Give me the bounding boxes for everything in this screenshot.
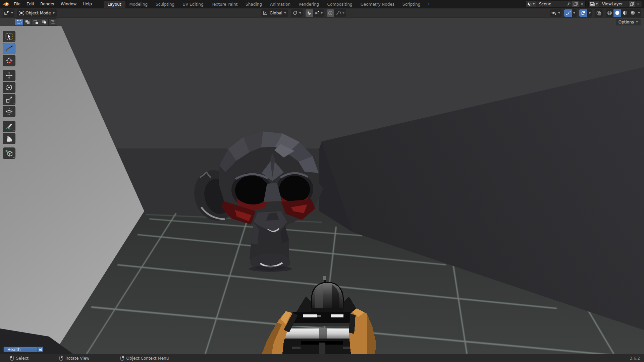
menu-file[interactable]: File bbox=[11, 1, 23, 7]
add-workspace-button[interactable]: + bbox=[424, 0, 433, 8]
falloff-curve-icon bbox=[335, 11, 341, 15]
tab-texture-paint[interactable]: Texture Paint bbox=[208, 1, 241, 8]
viewport-3d[interactable]: Health bbox=[0, 26, 644, 354]
select-mode-subtract-button[interactable] bbox=[32, 19, 40, 25]
gizmo-icon bbox=[566, 11, 571, 15]
viewport-header: Object Mode Global bbox=[0, 8, 644, 17]
viewlayer-icon bbox=[590, 2, 595, 6]
tool-measure[interactable] bbox=[3, 133, 15, 144]
rifle-icon bbox=[5, 45, 13, 52]
proportional-edit-group bbox=[327, 9, 346, 17]
proportional-edit-toggle[interactable] bbox=[327, 9, 334, 17]
subtool-indicator bbox=[13, 40, 14, 41]
select-mode-extend-button[interactable] bbox=[23, 19, 32, 25]
select-mode-intersect-button[interactable] bbox=[49, 19, 57, 25]
tool-cursor[interactable] bbox=[3, 55, 15, 66]
tab-layout[interactable]: Layout bbox=[104, 1, 125, 8]
tab-animation[interactable]: Animation bbox=[266, 1, 294, 8]
cursor-3d-icon bbox=[5, 57, 13, 64]
tab-modeling[interactable]: Modeling bbox=[125, 1, 152, 8]
chevron-down-icon bbox=[636, 21, 638, 23]
tool-annotate[interactable] bbox=[3, 121, 15, 132]
tab-scripting[interactable]: Scripting bbox=[398, 1, 424, 8]
mode-label: Object Mode bbox=[25, 11, 51, 15]
health-slider-group: Health bbox=[3, 347, 43, 352]
viewport-scene[interactable] bbox=[0, 26, 644, 354]
xray-toggle[interactable] bbox=[595, 9, 603, 17]
editor-type-selector[interactable] bbox=[3, 9, 14, 17]
new-scene-button[interactable] bbox=[572, 1, 579, 7]
tool-weapon[interactable] bbox=[3, 43, 15, 54]
orientation-global-icon bbox=[263, 11, 268, 15]
shading-wireframe-button[interactable] bbox=[606, 9, 613, 17]
menu-render[interactable]: Render bbox=[37, 1, 58, 7]
blender-logo-icon[interactable] bbox=[2, 1, 9, 7]
tool-select-box[interactable] bbox=[3, 31, 15, 42]
tool-options-dropdown[interactable]: Options bbox=[616, 19, 641, 25]
overlays-dropdown[interactable] bbox=[587, 9, 592, 17]
remove-viewlayer-button[interactable]: ✕ bbox=[635, 1, 642, 7]
shotgun-sight-tip bbox=[323, 276, 326, 280]
snap-toggle[interactable] bbox=[306, 9, 313, 17]
shading-dropdown[interactable] bbox=[637, 9, 641, 17]
tool-add-cube[interactable] bbox=[3, 147, 15, 159]
orientation-label: Global bbox=[270, 11, 282, 15]
keymap-rotate-view: Rotate View bbox=[59, 356, 90, 361]
tab-geometry-nodes[interactable]: Geometry Nodes bbox=[357, 1, 398, 8]
shading-rendered-button[interactable] bbox=[629, 9, 637, 17]
chevron-down-icon bbox=[573, 12, 575, 14]
topbar: File Edit Render Window Help Layout Mode… bbox=[0, 0, 644, 8]
mode-dropdown[interactable]: Object Mode bbox=[17, 9, 57, 17]
shading-mode-group bbox=[606, 9, 641, 17]
show-gizmos-toggle[interactable] bbox=[564, 9, 572, 17]
keymap-rotate-view-label: Rotate View bbox=[65, 356, 90, 361]
chevron-down-icon bbox=[284, 12, 286, 14]
transform-orientation-dropdown[interactable]: Global bbox=[261, 9, 288, 17]
select-mode-set-button[interactable] bbox=[15, 19, 23, 25]
pivot-point-dropdown[interactable] bbox=[291, 9, 303, 17]
new-viewlayer-button[interactable] bbox=[628, 1, 635, 7]
tab-sculpting[interactable]: Sculpting bbox=[152, 1, 178, 8]
material-sphere-icon bbox=[623, 10, 628, 15]
chevron-down-icon bbox=[596, 3, 598, 5]
chevron-down-icon bbox=[321, 12, 323, 14]
tab-rendering[interactable]: Rendering bbox=[294, 1, 323, 8]
scene-browse-button[interactable] bbox=[526, 1, 536, 7]
tool-scale[interactable] bbox=[3, 94, 15, 105]
menu-help[interactable]: Help bbox=[79, 1, 95, 7]
health-slider[interactable]: Health bbox=[3, 347, 38, 352]
menu-bar: File Edit Render Window Help bbox=[11, 1, 95, 7]
tab-compositing[interactable]: Compositing bbox=[323, 1, 356, 8]
snap-target-dropdown[interactable] bbox=[313, 9, 324, 17]
scale-icon bbox=[5, 96, 13, 103]
select-intersect-icon bbox=[51, 20, 55, 24]
show-object-types-dropdown[interactable] bbox=[550, 9, 561, 17]
health-animate-button[interactable] bbox=[38, 347, 43, 352]
tab-shading[interactable]: Shading bbox=[241, 1, 266, 8]
tool-transform[interactable] bbox=[3, 106, 15, 117]
show-overlays-toggle[interactable] bbox=[579, 9, 587, 17]
scene-name[interactable]: Scene bbox=[536, 2, 565, 6]
pivot-icon bbox=[292, 10, 298, 15]
workspace-tabs: Layout Modeling Sculpting UV Editing Tex… bbox=[104, 0, 433, 8]
pin-icon[interactable] bbox=[565, 1, 572, 7]
gizmos-dropdown[interactable] bbox=[572, 9, 577, 17]
shotgun-lower-detail-l bbox=[292, 347, 301, 349]
unlink-scene-button[interactable]: ✕ bbox=[579, 1, 585, 7]
shading-solid-button[interactable] bbox=[613, 9, 621, 17]
shading-material-button[interactable] bbox=[621, 9, 629, 17]
select-mode-invert-button[interactable] bbox=[40, 19, 49, 25]
add-cube-icon bbox=[5, 149, 13, 157]
viewlayer-browse-button[interactable] bbox=[589, 1, 599, 7]
tool-move[interactable] bbox=[3, 70, 15, 81]
options-label: Options bbox=[619, 20, 634, 24]
tool-rotate[interactable] bbox=[3, 82, 15, 93]
scene-icon bbox=[527, 2, 532, 6]
menu-edit[interactable]: Edit bbox=[23, 1, 37, 7]
proportional-falloff-dropdown[interactable] bbox=[334, 9, 346, 17]
tab-uv-editing[interactable]: UV Editing bbox=[178, 1, 208, 8]
menu-window[interactable]: Window bbox=[58, 1, 79, 7]
rotate-icon bbox=[5, 84, 13, 91]
viewlayer-name[interactable]: ViewLayer bbox=[599, 2, 628, 6]
solid-sphere-icon bbox=[615, 10, 620, 15]
